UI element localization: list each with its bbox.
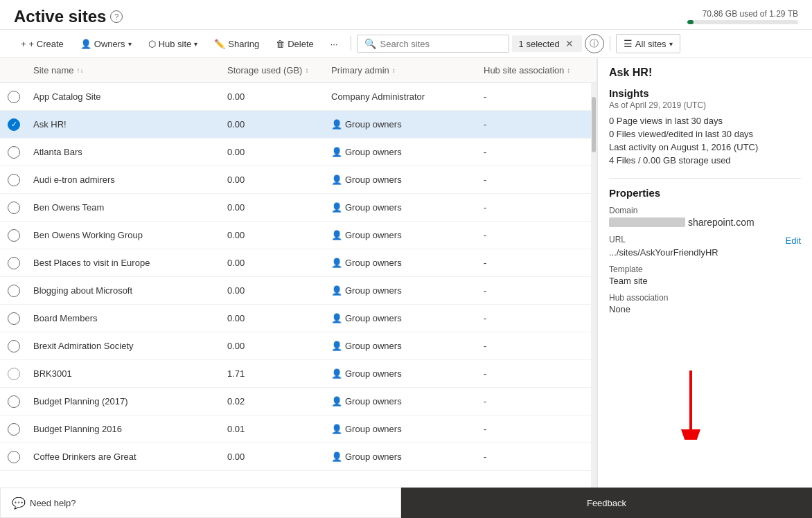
row-checkbox[interactable] [8,118,20,131]
sort-icon-admin: ↕ [392,66,396,74]
row-hub-site: - [478,281,597,300]
need-help-button[interactable]: 💬 Need help? [0,488,401,518]
row-radio[interactable] [8,368,20,380]
col-storage[interactable]: Storage used (GB) ↕ [222,62,326,78]
table-row[interactable]: Coffee Drinkers are Great0.00👤Group owne… [0,443,597,471]
admin-label: Group owners [345,313,402,323]
row-checkbox[interactable] [8,423,20,436]
row-checkbox-cell [0,391,28,412]
owners-label: Owners [94,39,125,49]
feedback-button[interactable]: Feedback [401,488,812,518]
row-site-name: Audi e-tron admirers [28,170,222,189]
toolbar-separator-2 [610,36,610,51]
domain-group: Domain sharepoint.com [609,206,801,228]
toolbar: + + Create 👤 Owners ▾ ⬡ Hub site ▾ ✏️ Sh… [0,30,812,58]
row-checkbox-cell [0,308,28,329]
row-checkbox-cell [0,142,28,163]
row-storage: 0.00 [222,226,326,244]
clear-selection-button[interactable]: ✕ [564,38,575,49]
col-hub-site[interactable]: Hub site association ↕ [478,62,597,78]
table-row[interactable]: Atlanta Bars0.00👤Group owners- [0,139,597,166]
create-label: + Create [29,39,64,49]
panel-properties-section: Properties Domain sharepoint.com URL Edi… [609,187,801,314]
row-checkbox[interactable] [8,257,20,269]
person-icon: 👤 [331,230,342,240]
more-button[interactable]: ··· [324,35,345,53]
row-storage: 0.00 [222,170,326,189]
help-icon: 💬 [12,497,26,510]
col-hub-site-label: Hub site association [484,65,564,75]
col-primary-admin[interactable]: Primary admin ↕ [326,62,478,78]
col-site-name[interactable]: Site name ↑↓ [28,62,222,78]
delete-button[interactable]: 🗑 Delete [269,35,321,53]
need-help-label: Need help? [30,498,76,508]
view-selector-button[interactable]: ☰ All sites ▾ [616,34,680,53]
table-row[interactable]: Ben Owens Working Group0.00👤Group owners… [0,222,597,249]
row-hub-site: - [478,226,597,244]
row-checkbox-cell [0,253,28,274]
owners-button[interactable]: 👤 Owners ▾ [73,35,139,53]
header: Active sites ? 70.86 GB used of 1.29 TB [0,0,812,30]
row-site-name: App Catalog Site [28,87,222,106]
row-site-name: Ask HR! [28,115,222,134]
row-hub-site: - [478,420,597,438]
row-checkbox-cell [0,197,28,218]
url-label-row: URL Edit [609,235,801,246]
url-edit-button[interactable]: Edit [786,235,801,246]
hub-site-button[interactable]: ⬡ Hub site ▾ [141,35,205,53]
row-checkbox[interactable] [8,451,20,463]
row-checkbox[interactable] [8,202,20,214]
insights-title: Insights [609,87,801,99]
page-title-info-icon[interactable]: ? [110,10,123,23]
table-body: App Catalog Site0.00Company Administrato… [0,83,597,471]
row-checkbox[interactable] [8,91,20,103]
sharing-button[interactable]: ✏️ Sharing [207,35,266,53]
table-row[interactable]: Ask HR!0.00👤Group owners- [0,111,597,139]
person-icon: 👤 [331,285,342,296]
owners-icon: 👤 [80,39,91,49]
admin-label: Group owners [345,424,402,434]
hub-group: Hub association None [609,293,801,314]
table-row[interactable]: Brexit Admiration Society0.00👤Group owne… [0,332,597,360]
row-storage: 0.00 [222,198,326,217]
row-checkbox[interactable] [8,146,20,159]
person-icon: 👤 [331,202,342,213]
table-row[interactable]: Ben Owens Team0.00👤Group owners- [0,194,597,222]
row-checkbox[interactable] [8,340,20,352]
row-checkbox-cell [0,225,28,246]
table-row[interactable]: BRK30011.71👤Group owners- [0,360,597,388]
person-icon: 👤 [331,424,342,434]
row-hub-site: - [478,392,597,411]
row-checkbox[interactable] [8,285,20,297]
table-row[interactable]: Board Members0.00👤Group owners- [0,305,597,332]
create-button[interactable]: + + Create [14,35,71,53]
hub-value: None [609,304,801,314]
person-icon: 👤 [331,119,342,130]
row-hub-site: - [478,337,597,355]
table-row[interactable]: Audi e-tron admirers0.00👤Group owners- [0,166,597,194]
table-row[interactable]: App Catalog Site0.00Company Administrato… [0,83,597,111]
info-button[interactable]: ⓘ [585,34,604,53]
scrollbar-thumb[interactable] [592,97,596,152]
table-row[interactable]: Blogging about Microsoft0.00👤Group owner… [0,277,597,305]
table-row[interactable]: Budget Planning (2017)0.02👤Group owners- [0,388,597,416]
vertical-scrollbar[interactable] [591,83,597,492]
row-storage: 1.71 [222,364,326,383]
hub-site-icon: ⬡ [148,39,156,49]
person-icon: 👤 [331,452,342,462]
row-checkbox[interactable] [8,312,20,325]
domain-suffix: sharepoint.com [688,217,754,228]
admin-label: Group owners [345,230,402,240]
table-row[interactable]: Best Places to visit in Europe0.00👤Group… [0,249,597,277]
hub-site-label: Hub site [159,39,192,49]
table-row[interactable]: Budget Planning 20160.01👤Group owners- [0,416,597,443]
hub-label: Hub association [609,293,801,303]
search-input[interactable] [380,39,502,49]
search-box[interactable]: 🔍 [357,35,509,53]
row-checkbox[interactable] [8,229,20,242]
admin-label: Group owners [345,285,402,296]
row-primary-admin: 👤Group owners [326,198,478,217]
row-site-name: BRK3001 [28,364,222,383]
row-checkbox[interactable] [8,174,20,186]
row-checkbox[interactable] [8,395,20,408]
